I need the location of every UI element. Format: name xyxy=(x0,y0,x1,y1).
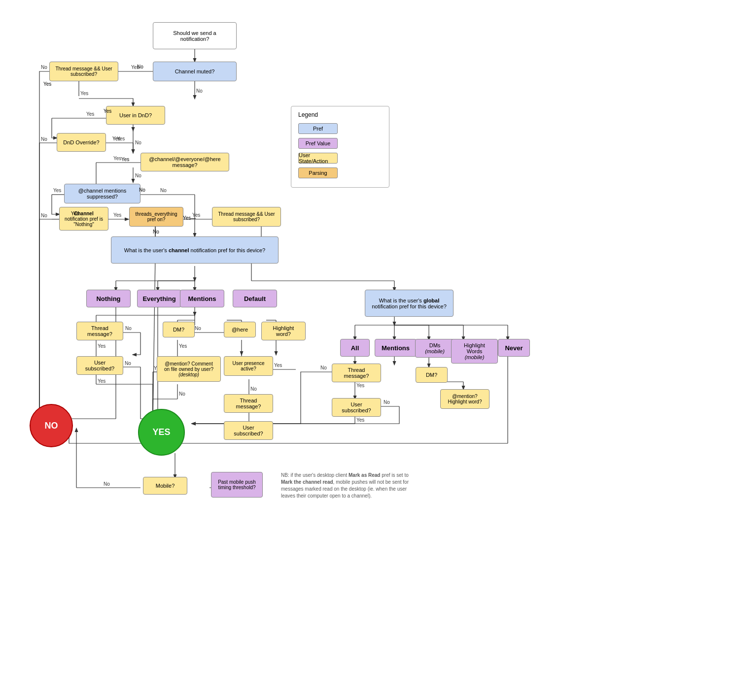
no-circle: NO xyxy=(30,404,73,447)
legend-parsing-swatch: Parsing xyxy=(298,167,338,178)
at-here-node: @here xyxy=(224,322,256,337)
diagram-container: Yes No No Yes Yes No No Yes No xyxy=(0,0,735,700)
no-label-1: No xyxy=(137,64,143,69)
channel-pref-node: What is the user's channel notification … xyxy=(111,236,279,264)
yes-circle: YES xyxy=(138,409,185,456)
thread-user-sub-mid-node: Thread message && User subscribed? xyxy=(212,207,281,227)
legend-user-state: User State/Action xyxy=(298,153,382,164)
thread-msg-right-node: Thread message? xyxy=(332,364,381,382)
at-mention-label: @mention? Comment on file owned by user?… xyxy=(162,361,215,377)
dm-q1-node: DM? xyxy=(163,322,195,337)
legend-user-state-swatch: User State/Action xyxy=(298,153,338,164)
svg-text:No: No xyxy=(250,386,257,392)
user-sub-left-node: User subscribed? xyxy=(76,356,123,375)
user-presence-label: User presence active? xyxy=(229,361,268,371)
dm-q2-node: DM? xyxy=(416,367,448,383)
global-pref-node: What is the user's global notification p… xyxy=(365,290,454,317)
threads-everything-label: threads_everything pref on? xyxy=(135,211,178,222)
svg-text:Yes: Yes xyxy=(98,343,105,349)
svg-text:No: No xyxy=(135,140,141,145)
dm-q1-label: DM? xyxy=(173,327,184,333)
yes-label-thread: Yes xyxy=(43,81,51,87)
user-sub-right-label: User subscribed? xyxy=(337,401,376,413)
at-mention-highlight-node: @mention? Highlight word? xyxy=(440,389,490,409)
thread-msg-mid-label: Thread message? xyxy=(229,398,268,409)
thread-msg-mid-node: Thread message? xyxy=(224,394,273,413)
svg-text:Yes: Yes xyxy=(356,417,364,423)
svg-text:Yes: Yes xyxy=(80,91,88,96)
channel-muted-node: Channel muted? xyxy=(153,62,237,81)
mentions-val-node: Mentions xyxy=(180,290,224,307)
thread-msg-right-label: Thread message? xyxy=(337,367,376,379)
dms-mobile-node: DMs (mobile) xyxy=(415,339,455,358)
everything-val-node: Everything xyxy=(137,290,181,307)
no-label-threads-everything: No xyxy=(153,229,159,234)
never-val-node: Never xyxy=(498,339,530,357)
yes-circle-label: YES xyxy=(152,427,170,437)
legend-pref-val: Pref Value xyxy=(298,138,382,149)
channel-notif-nothing-label: Channel notification pref is "Nothing" xyxy=(65,211,103,227)
thread-user-sub-mid-label: Thread message && User subscribed? xyxy=(217,211,276,222)
never-val-label: Never xyxy=(505,344,523,352)
svg-text:No: No xyxy=(104,481,110,487)
svg-text:No: No xyxy=(195,326,201,331)
mobile-q-node: Mobile? xyxy=(143,477,187,495)
legend-title: Legend xyxy=(298,111,382,118)
past-mobile-node: Past mobile push timing threshold? xyxy=(211,472,263,498)
legend-pref-val-label: Pref Value xyxy=(306,140,331,146)
legend-pref: Pref xyxy=(298,123,382,134)
threads-everything-node: threads_everything pref on? xyxy=(129,207,183,227)
svg-text:No: No xyxy=(179,391,185,397)
channel-everyone-label: @channel/@everyone/@here message? xyxy=(146,156,224,168)
yes-label-threads-everything: Yes— xyxy=(183,215,196,221)
global-pref-label: What is the user's global notification p… xyxy=(370,298,448,309)
svg-text:Yes: Yes xyxy=(113,156,121,161)
svg-text:No: No xyxy=(160,188,167,193)
user-presence-node: User presence active? xyxy=(224,356,273,376)
svg-text:Yes: Yes xyxy=(274,363,282,368)
svg-text:Yes: Yes xyxy=(86,111,94,117)
user-sub-left-label: User subscribed? xyxy=(82,360,118,371)
channel-pref-label: What is the user's channel notification … xyxy=(124,247,265,253)
highlight-word-node: Highlight word? xyxy=(261,322,306,340)
all-val-label: All xyxy=(351,344,359,352)
yes-label-dnd: Yes xyxy=(104,108,111,114)
dm-q2-label: DM? xyxy=(426,372,437,378)
legend-user-state-label: User State/Action xyxy=(299,152,337,164)
channel-mentions-suppressed-node: @channel mentions suppressed? xyxy=(64,184,140,203)
svg-text:Yes: Yes xyxy=(356,383,364,388)
svg-text:No: No xyxy=(41,136,47,142)
dnd-override-label: DnD Override? xyxy=(63,139,99,145)
legend-pref-val-swatch: Pref Value xyxy=(298,138,338,149)
channel-notif-nothing-node: Channel notification pref is "Nothing" xyxy=(59,207,108,231)
highlight-word-label: Highlight word? xyxy=(267,325,300,337)
thread-user-sub-top-node: Thread message && User subscribed? xyxy=(49,62,118,81)
yes-label-channel-everyone: Yes xyxy=(121,157,129,162)
mentions-val-label: Mentions xyxy=(188,295,216,302)
svg-text:Yes: Yes xyxy=(179,343,187,349)
svg-text:Yes: Yes xyxy=(113,212,121,218)
dms-mobile-label: DMs (mobile) xyxy=(420,342,449,354)
nothing-val-node: Nothing xyxy=(86,290,131,307)
thread-user-sub-top-label: Thread message && User subscribed? xyxy=(55,66,113,77)
past-mobile-label: Past mobile push timing threshold? xyxy=(216,479,257,490)
legend-pref-swatch: Pref xyxy=(298,123,338,134)
dnd-override-node: DnD Override? xyxy=(57,133,106,152)
no-label-channel-mentions: No xyxy=(139,187,145,193)
svg-text:No: No xyxy=(41,213,47,218)
at-mention-node: @mention? Comment on file owned by user?… xyxy=(157,356,221,382)
svg-text:No: No xyxy=(135,173,141,178)
svg-text:No: No xyxy=(125,326,132,331)
channel-mentions-suppressed-label: @channel mentions suppressed? xyxy=(70,188,135,200)
legend-parsing-label: Parsing xyxy=(309,170,327,176)
everything-val-label: Everything xyxy=(142,295,175,302)
no-circle-label: NO xyxy=(45,421,58,431)
default-val-label: Default xyxy=(244,295,266,302)
nothing-val-label: Nothing xyxy=(96,295,120,302)
all-val-node: All xyxy=(340,339,370,357)
svg-text:Yes: Yes xyxy=(53,188,61,193)
user-sub-right-node: User subscribed? xyxy=(332,398,381,417)
channel-everyone-node: @channel/@everyone/@here message? xyxy=(140,153,229,171)
mentions-global-node: Mentions xyxy=(375,339,417,357)
svg-text:Yes: Yes xyxy=(98,378,105,384)
